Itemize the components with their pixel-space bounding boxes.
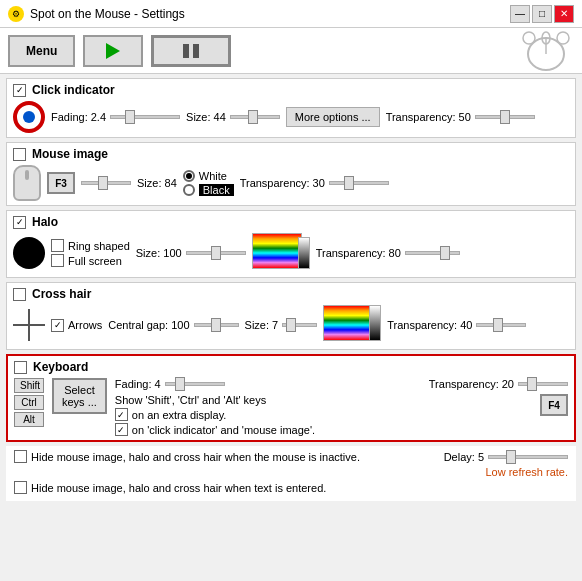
- svg-point-3: [523, 32, 535, 44]
- size-slider[interactable]: [230, 115, 280, 119]
- central-gap-slider[interactable]: [194, 323, 239, 327]
- halo-icon: [13, 237, 45, 269]
- play-icon: [106, 43, 120, 59]
- halo-rainbow: [252, 233, 302, 269]
- mouse-image-checkbox[interactable]: [13, 148, 26, 161]
- mouse-image-section: Mouse image F3 Size: 84 White Black: [6, 142, 576, 206]
- full-screen-checkbox[interactable]: [51, 254, 64, 267]
- hide-on-text-checkbox[interactable]: [14, 481, 27, 494]
- keyboard-title: Keyboard: [33, 360, 88, 374]
- halo-title: Halo: [32, 215, 58, 229]
- on-extra-display-checkbox[interactable]: [115, 408, 128, 421]
- mouse-decoration: [519, 30, 574, 72]
- halo-bw: [298, 237, 310, 269]
- halo-size-label: Size: 100: [136, 247, 182, 259]
- f3-key-icon: F3: [47, 172, 75, 194]
- crosshair-title: Cross hair: [32, 287, 91, 301]
- alt-key-badge: Alt: [14, 412, 44, 427]
- title-bar: ⚙ Spot on the Mouse - Settings — □ ✕: [0, 0, 582, 28]
- toolbar: Menu: [0, 28, 582, 74]
- hide-inactive-checkbox[interactable]: [14, 450, 27, 463]
- title-text: Spot on the Mouse - Settings: [30, 7, 185, 21]
- on-click-indicator-label: on 'click indicator' and 'mouse image'.: [132, 424, 315, 436]
- select-keys-button[interactable]: Selectkeys ...: [52, 378, 107, 414]
- svg-point-4: [557, 32, 569, 44]
- fading-slider[interactable]: [110, 115, 180, 119]
- white-radio-btn: [183, 170, 195, 182]
- halo-options: Ring shaped Full screen: [51, 239, 130, 267]
- black-label: Black: [199, 184, 234, 196]
- keyboard-key-list: Shift Ctrl Alt: [14, 378, 44, 427]
- fading-label: Fading: 2.4: [51, 111, 106, 123]
- f4-key-icon: F4: [540, 394, 568, 416]
- keyboard-checkbox[interactable]: [14, 361, 27, 374]
- mouse-image-icon: [13, 165, 41, 201]
- ctrl-key-badge: Ctrl: [14, 395, 44, 410]
- keyboard-options: Show 'Shift', 'Ctrl' and 'Alt' keys on a…: [115, 394, 421, 436]
- click-indicator-inner: [23, 111, 35, 123]
- pause-bar-right: [193, 44, 199, 58]
- crosshair-icon: [13, 309, 45, 341]
- color-radio-group: White Black: [183, 170, 234, 196]
- crosshair-checkbox[interactable]: [13, 288, 26, 301]
- halo-color-spectrum[interactable]: [252, 233, 310, 273]
- maximize-button[interactable]: □: [532, 5, 552, 23]
- on-click-indicator-checkbox[interactable]: [115, 423, 128, 436]
- white-radio[interactable]: White: [183, 170, 234, 182]
- close-button[interactable]: ✕: [554, 5, 574, 23]
- size-label: Size: 44: [186, 111, 226, 123]
- white-label: White: [199, 170, 227, 182]
- click-indicator-checkbox[interactable]: [13, 84, 26, 97]
- crosshair-bw: [369, 305, 381, 341]
- low-refresh-label: Low refresh rate.: [485, 466, 568, 478]
- crosshair-rainbow: [323, 305, 373, 341]
- black-radio-btn: [183, 184, 195, 196]
- crosshair-transparency-label: Transparency: 40: [387, 319, 472, 331]
- kb-transparency-label: Transparency: 20: [429, 378, 514, 390]
- halo-transparency-slider[interactable]: [405, 251, 460, 255]
- mouse-size-label: Size: 84: [137, 177, 177, 189]
- minimize-button[interactable]: —: [510, 5, 530, 23]
- mouse-transparency-slider[interactable]: [329, 181, 389, 185]
- mouse-transparency-label: Transparency: 30: [240, 177, 325, 189]
- transparency-slider[interactable]: [475, 115, 535, 119]
- more-options-button[interactable]: More options ...: [286, 107, 380, 127]
- crosshair-color-spectrum[interactable]: [323, 305, 381, 345]
- halo-transparency-label: Transparency: 80: [316, 247, 401, 259]
- delay-slider[interactable]: [488, 455, 568, 459]
- mouse-size-slider[interactable]: [81, 181, 131, 185]
- halo-checkbox[interactable]: [13, 216, 26, 229]
- click-indicator-title: Click indicator: [32, 83, 115, 97]
- ring-shaped-checkbox[interactable]: [51, 239, 64, 252]
- play-button[interactable]: [83, 35, 143, 67]
- arrows-checkbox[interactable]: [51, 319, 64, 332]
- hide-on-text-label: Hide mouse image, halo and cross hair wh…: [31, 482, 326, 494]
- full-screen-label: Full screen: [68, 255, 122, 267]
- crosshair-size-slider[interactable]: [282, 323, 317, 327]
- pause-bar-left: [183, 44, 189, 58]
- show-keys-label: Show 'Shift', 'Ctrl' and 'Alt' keys: [115, 394, 421, 406]
- delay-label: Delay: 5: [444, 451, 484, 463]
- mouse-image-title: Mouse image: [32, 147, 108, 161]
- halo-size-slider[interactable]: [186, 251, 246, 255]
- on-extra-display-label: on an extra display.: [132, 409, 227, 421]
- window-controls: — □ ✕: [510, 5, 574, 23]
- pause-button[interactable]: [151, 35, 231, 67]
- halo-section: Halo Ring shaped Full screen Size: 100: [6, 210, 576, 278]
- crosshair-size-label: Size: 7: [245, 319, 279, 331]
- kb-fading-slider[interactable]: [165, 382, 225, 386]
- ring-shaped-label: Ring shaped: [68, 240, 130, 252]
- crosshair-transparency-slider[interactable]: [476, 323, 526, 327]
- click-indicator-icon: [13, 101, 45, 133]
- arrows-label: Arrows: [68, 319, 102, 331]
- hide-inactive-label: Hide mouse image, halo and cross hair wh…: [31, 451, 360, 463]
- black-radio[interactable]: Black: [183, 184, 234, 196]
- crosshair-section: Cross hair Arrows Central gap: 100 Size:…: [6, 282, 576, 350]
- menu-button[interactable]: Menu: [8, 35, 75, 67]
- central-gap-label: Central gap: 100: [108, 319, 189, 331]
- keyboard-section: Keyboard Shift Ctrl Alt Selectkeys ... F…: [6, 354, 576, 442]
- transparency-label: Transparency: 50: [386, 111, 471, 123]
- kb-transparency-slider[interactable]: [518, 382, 568, 386]
- shift-key-badge: Shift: [14, 378, 44, 393]
- click-indicator-section: Click indicator Fading: 2.4 Size: 44 Mor…: [6, 78, 576, 138]
